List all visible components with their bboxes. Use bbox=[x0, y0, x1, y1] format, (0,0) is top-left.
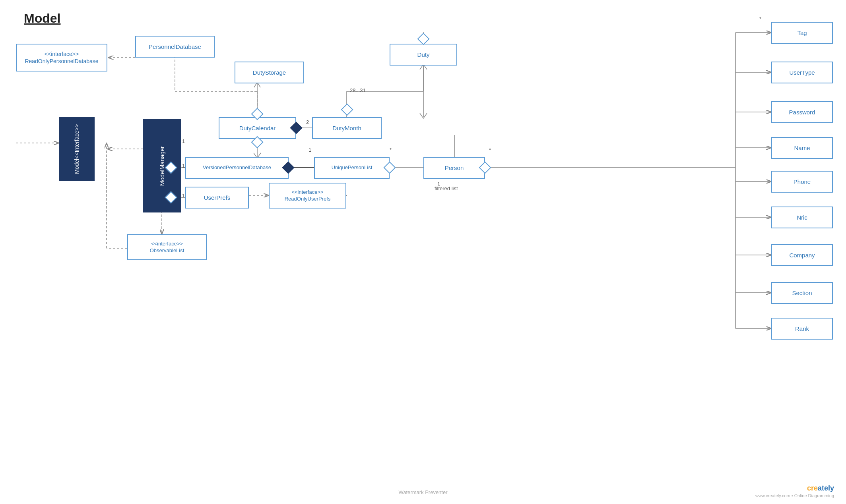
label-1-duty-cal: 1 bbox=[182, 138, 185, 144]
label-28-31: 28...31 bbox=[350, 87, 366, 93]
box-section: Section bbox=[771, 282, 833, 304]
box-duty-storage: DutyStorage bbox=[235, 62, 304, 83]
label-1-mm-upper: 1 bbox=[182, 163, 185, 169]
box-phone: Phone bbox=[771, 171, 833, 193]
diamond-open-duty-month-top bbox=[341, 103, 353, 116]
label-1-mm-lower: 1 bbox=[182, 193, 185, 199]
label-2: 2 bbox=[306, 119, 309, 125]
box-password: Password bbox=[771, 101, 833, 123]
box-user-type: UserType bbox=[771, 62, 833, 83]
creately-tagline: www.creately.com • Online Diagramming bbox=[755, 493, 834, 498]
box-unique-person-list: UniquePersonList bbox=[314, 157, 390, 179]
box-interface-model: Model<<Interface>> bbox=[59, 117, 95, 181]
label-1-versioned: 1 bbox=[309, 147, 311, 153]
label-star-top: * bbox=[759, 16, 761, 22]
creately-logo: creately www.creately.com • Online Diagr… bbox=[755, 484, 834, 498]
box-personnel-database: PersonnelDatabase bbox=[135, 36, 215, 58]
box-person: Person bbox=[423, 157, 485, 179]
box-versioned-personnel-db: VersionedPersonnelDatabase bbox=[185, 157, 289, 179]
page-title: Model bbox=[24, 11, 60, 26]
box-user-prefs: UserPrefs bbox=[185, 187, 249, 209]
diamond-open-duty-top bbox=[417, 33, 429, 45]
box-nric: Nric bbox=[771, 207, 833, 228]
label-star-person: * bbox=[489, 147, 491, 153]
watermark: Watermark Preventer bbox=[398, 489, 447, 495]
box-readonly-user-prefs: <<interface>> ReadOnlyUserPrefs bbox=[269, 183, 346, 209]
box-duty: Duty bbox=[390, 44, 457, 66]
label-star-upl: * bbox=[390, 147, 392, 153]
box-company: Company bbox=[771, 244, 833, 266]
label-filtered-list: filtered list bbox=[435, 185, 458, 191]
box-duty-month: DutyMonth bbox=[312, 117, 382, 139]
box-readonly-personnel-db: <<interface>> ReadOnlyPersonnelDatabase bbox=[16, 44, 107, 71]
box-tag: Tag bbox=[771, 22, 833, 44]
box-name: Name bbox=[771, 137, 833, 159]
diagram-container: Model bbox=[0, 0, 846, 504]
box-duty-calendar: DutyCalendar bbox=[219, 117, 296, 139]
box-observable-list: <<interface>> ObservableList bbox=[127, 234, 207, 260]
box-rank: Rank bbox=[771, 318, 833, 340]
